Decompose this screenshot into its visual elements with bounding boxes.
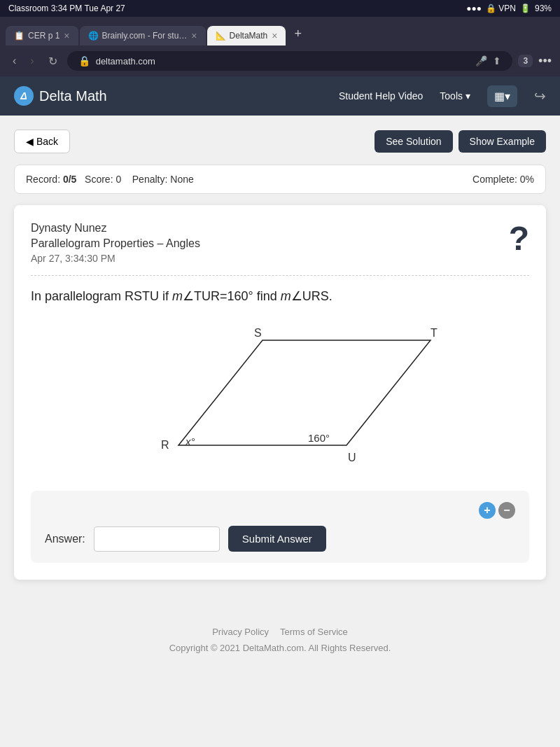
browser-chrome: 📋 CER p 1 × 🌐 Brainly.com - For studen ×…: [0, 17, 560, 76]
score-bar: Record: 0/5 Score: 0 Penalty: None Compl…: [14, 165, 546, 194]
show-example-button[interactable]: Show Example: [458, 130, 546, 153]
browser-actions: 3 •••: [518, 54, 552, 69]
refresh-button[interactable]: ↻: [44, 52, 62, 71]
back-nav-button[interactable]: ‹: [8, 52, 20, 70]
complete-value: 0%: [520, 174, 534, 185]
tools-label: Tools: [440, 90, 463, 102]
address-bar[interactable]: 🔒 deltamath.com 🎤 ⬆: [67, 51, 513, 71]
battery-icon: 🔋: [520, 4, 531, 13]
see-solution-button[interactable]: See Solution: [374, 130, 452, 153]
calculator-icon: ▦: [494, 90, 505, 103]
more-options-button[interactable]: •••: [538, 54, 552, 69]
angle-u-label: 160°: [308, 432, 330, 444]
zoom-in-button[interactable]: +: [479, 502, 496, 519]
logo-text: Delta Math: [39, 88, 107, 104]
url-text: deltamath.com: [96, 56, 155, 67]
tools-menu-button[interactable]: Tools ▾: [440, 90, 470, 102]
record-value: 0/5: [63, 174, 76, 185]
tab-brainly-close[interactable]: ×: [191, 30, 197, 41]
address-bar-icons: 🎤 ⬆: [475, 55, 501, 67]
privacy-policy-link[interactable]: Privacy Policy: [212, 627, 269, 637]
status-app-label: Classroom 3:34 PM Tue Apr 27: [8, 4, 125, 13]
answer-row: Answer: Submit Answer: [45, 526, 515, 552]
address-bar-row: ‹ › ↻ 🔒 deltamath.com 🎤 ⬆ 3 •••: [0, 46, 560, 76]
tab-brainly-label: Brainly.com - For studen: [102, 31, 188, 41]
terms-of-service-link[interactable]: Terms of Service: [280, 627, 348, 637]
calculator-button[interactable]: ▦ ▾: [487, 85, 517, 107]
problem-statement: In parallelogram RSTU if m∠TUR=160° find…: [31, 287, 529, 306]
share-icon[interactable]: ⬆: [493, 55, 501, 67]
diagram-container: R S T U x° 160°: [31, 323, 529, 470]
action-right-buttons: See Solution Show Example: [374, 130, 546, 153]
vertex-r-label: R: [161, 439, 169, 451]
tab-brainly-icon: 🌐: [88, 31, 98, 41]
deltamath-logo[interactable]: Δ Delta Math: [14, 86, 107, 106]
back-button[interactable]: ◀ Back: [14, 130, 70, 153]
vertex-u-label: U: [348, 452, 356, 463]
score-value: 0: [115, 174, 121, 185]
calculator-chevron: ▾: [505, 90, 510, 103]
problem-title: Parallelogram Properties – Angles: [31, 237, 200, 250]
answer-label: Answer:: [45, 533, 85, 545]
score-label: Score:: [85, 174, 113, 185]
penalty-value: None: [170, 174, 193, 185]
problem-timestamp: Apr 27, 3:34:30 PM: [31, 253, 200, 264]
microphone-icon[interactable]: 🎤: [475, 55, 487, 67]
tabs-badge[interactable]: 3: [518, 55, 533, 67]
tab-deltamath[interactable]: 📐 DeltaMath ×: [207, 26, 286, 46]
score-bar-left: Record: 0/5 Score: 0 Penalty: None: [26, 174, 194, 185]
parallelogram-diagram: R S T U x° 160°: [122, 323, 438, 470]
tab-deltamath-label: DeltaMath: [230, 31, 268, 41]
tab-cer[interactable]: 📋 CER p 1 ×: [6, 26, 78, 46]
help-icon[interactable]: ?: [509, 222, 529, 256]
status-bar-left: Classroom 3:34 PM Tue Apr 27: [8, 4, 125, 13]
status-bar-right: ●●● 🔒 VPN 🔋 93%: [466, 4, 552, 13]
tab-deltamath-icon: 📐: [216, 31, 225, 41]
problem-header: Dynasty Nunez Parallelogram Properties –…: [31, 222, 529, 264]
footer: Privacy Policy Terms of Service Copyrigh…: [0, 606, 560, 667]
parallelogram-shape: [178, 340, 430, 445]
tab-brainly[interactable]: 🌐 Brainly.com - For studen ×: [80, 26, 206, 46]
logo-icon: Δ: [14, 86, 34, 106]
tools-chevron-icon: ▾: [465, 90, 470, 102]
tab-cer-label: CER p 1: [28, 31, 59, 41]
tab-cer-icon: 📋: [14, 31, 24, 41]
answer-section: + − Answer: Submit Answer: [31, 491, 529, 563]
main-content: ◀ Back See Solution Show Example Record:…: [0, 116, 560, 606]
zoom-controls: + −: [479, 502, 515, 519]
problem-card: Dynasty Nunez Parallelogram Properties –…: [14, 205, 546, 580]
signal-icon: ●●●: [466, 4, 482, 13]
answer-input[interactable]: [94, 526, 220, 552]
zoom-out-button[interactable]: −: [498, 502, 515, 519]
complete-label: Complete:: [472, 174, 517, 185]
new-tab-button[interactable]: +: [287, 22, 309, 46]
battery-level: 93%: [535, 4, 552, 13]
lock-icon: 🔒: [78, 55, 90, 67]
submit-answer-button[interactable]: Submit Answer: [228, 526, 326, 552]
student-help-video-button[interactable]: Student Help Video: [339, 90, 423, 102]
divider: [31, 275, 529, 276]
vertex-s-label: S: [254, 327, 262, 339]
footer-links: Privacy Policy Terms of Service: [14, 627, 546, 637]
student-name: Dynasty Nunez: [31, 222, 200, 235]
header-nav: Student Help Video Tools ▾ ▦ ▾ ↪: [339, 85, 546, 107]
answer-controls: + −: [45, 502, 515, 519]
status-bar: Classroom 3:34 PM Tue Apr 27 ●●● 🔒 VPN 🔋…: [0, 0, 560, 17]
score-bar-right: Complete: 0%: [472, 174, 534, 185]
vpn-icon: 🔒 VPN: [486, 4, 516, 13]
vertex-t-label: T: [430, 327, 438, 339]
tab-cer-close[interactable]: ×: [64, 30, 69, 41]
tab-deltamath-close[interactable]: ×: [272, 30, 277, 41]
deltamath-header: Δ Delta Math Student Help Video Tools ▾ …: [0, 76, 560, 116]
forward-nav-button[interactable]: ›: [26, 52, 38, 70]
penalty-label: Penalty:: [132, 174, 168, 185]
record-label: Record:: [26, 174, 60, 185]
copyright-text: Copyright © 2021 DeltaMath.com. All Righ…: [14, 643, 546, 653]
logout-icon: ↪: [534, 88, 546, 104]
angle-r-label: x°: [185, 435, 195, 447]
tab-bar: 📋 CER p 1 × 🌐 Brainly.com - For studen ×…: [0, 17, 560, 46]
action-bar: ◀ Back See Solution Show Example: [14, 130, 546, 153]
student-info: Dynasty Nunez Parallelogram Properties –…: [31, 222, 200, 264]
logout-button[interactable]: ↪: [534, 88, 546, 104]
